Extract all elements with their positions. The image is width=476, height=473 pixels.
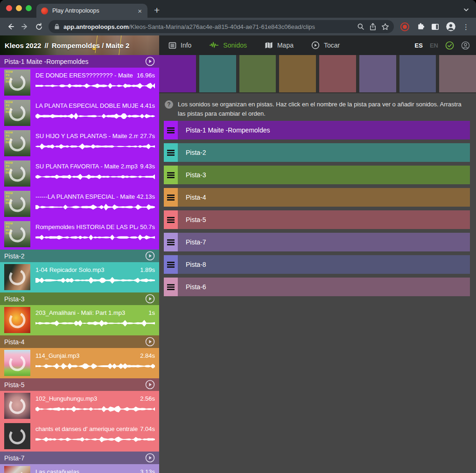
track-section-header[interactable]: Pista-4 [0, 335, 159, 348]
nav-item-mapa[interactable]: Mapa [265, 42, 294, 49]
record-extension-icon[interactable] [400, 22, 409, 31]
clip-waveform [35, 363, 155, 369]
tab-search-chevron-icon[interactable] [463, 7, 469, 15]
drag-handle[interactable] [164, 121, 178, 139]
clip-waveform [35, 277, 155, 284]
clip-info: 1-04 Repicador Solo.mp31.89s [35, 264, 155, 292]
nav-item-info[interactable]: Info [168, 42, 191, 49]
drag-handle[interactable] [164, 188, 178, 207]
clip-title: Las castañuelas [35, 468, 138, 473]
drag-handle[interactable] [164, 233, 178, 251]
play-track-button[interactable] [145, 251, 155, 261]
track-color-swatch [399, 55, 436, 92]
breadcrumb[interactable]: Kleos 2022//Rompemoldes / Maite 2 [0, 35, 159, 55]
clip-title: chants et danses d' amerique centrale - … [35, 425, 138, 432]
nav-item-tocar[interactable]: Tocar [311, 41, 340, 49]
play-track-button[interactable] [145, 56, 155, 66]
clip-info: DE DONDE ERES???????? - Maite 2.mp316.96… [35, 70, 155, 98]
tab-close-icon[interactable]: × [137, 7, 143, 14]
drag-handle-icon [167, 127, 175, 133]
share-icon[interactable] [367, 21, 379, 33]
track-list: Pista-1 Maite -RompemoldesPista-2Pista-3… [159, 121, 476, 300]
window-controls [6, 5, 32, 11]
clip-duration: 2.56s [140, 395, 155, 402]
lang-en-button[interactable]: EN [430, 42, 438, 49]
forward-button[interactable] [18, 20, 32, 34]
reload-button[interactable] [32, 20, 46, 34]
chrome-menu-icon[interactable]: ⋮ [462, 23, 469, 30]
drag-handle-icon [167, 217, 175, 223]
address-bar[interactable]: app.antropoloops.com/Kleos-Santa-Marina/… [49, 20, 394, 33]
drag-handle[interactable] [164, 255, 178, 274]
track-section-header[interactable]: Pista-5 [0, 378, 159, 391]
track-color-swatch [439, 55, 476, 92]
track-section-header[interactable]: Pista-1 Maite -Rompemoldes [0, 55, 159, 68]
play-track-button[interactable] [145, 294, 155, 304]
extensions-puzzle-icon[interactable] [416, 23, 424, 30]
clip-thumbnail: ROM PE MOL DES [4, 130, 30, 156]
track-color-swatch [199, 55, 236, 92]
track-row-button[interactable]: Pista-4 [178, 188, 470, 207]
clip-item[interactable]: chants et danses d' amerique centrale - … [0, 421, 159, 452]
clip-item[interactable]: ROM PE MOL DESLA PLANTA ESPECIAL DOBLE M… [0, 98, 159, 128]
bookmark-star-icon[interactable] [379, 21, 391, 33]
track-row-label: Pista-2 [186, 149, 206, 156]
clip-item[interactable]: 1-04 Repicador Solo.mp31.89s [0, 262, 159, 292]
clip-item[interactable]: 114_Gunjai.mp32.84s [0, 348, 159, 378]
clip-thumbnail [4, 350, 30, 376]
drag-handle[interactable] [164, 143, 178, 162]
track-row-button[interactable]: Pista-6 [178, 278, 470, 296]
play-track-button[interactable] [145, 337, 155, 347]
drag-handle[interactable] [164, 278, 178, 296]
new-tab-button[interactable]: + [154, 5, 160, 16]
side-panel-icon[interactable] [431, 23, 439, 30]
track-section-header[interactable]: Pista-2 [0, 250, 159, 262]
zoom-window-button[interactable] [26, 5, 32, 11]
clip-info: SU HIJO Y LAS PLANTAS - Maite 2.mp327.7s [35, 130, 155, 159]
nav-item-sonidos[interactable]: Sonidos [209, 42, 247, 49]
profile-avatar[interactable] [446, 22, 455, 31]
track-row-button[interactable]: Pista-3 [178, 166, 470, 184]
track-row-button[interactable]: Pista-5 [178, 210, 470, 229]
track-row-button[interactable]: Pista-8 [178, 255, 470, 274]
clip-item[interactable]: ROM PE MOL DESDE DONDE ERES???????? - Ma… [0, 68, 159, 98]
clip-item[interactable]: ROM PE MOL DESSU HIJO Y LAS PLANTAS - Ma… [0, 128, 159, 159]
track-row-button[interactable]: Pista-2 [178, 143, 470, 162]
minimize-window-button[interactable] [16, 5, 22, 11]
loop-logo-icon [4, 350, 30, 376]
play-track-button[interactable] [145, 380, 155, 390]
browser-tab[interactable]: Play Antropoloops × [36, 4, 147, 18]
clip-title: DE DONDE ERES???????? - Maite 2.mp3 [35, 72, 135, 79]
clip-item[interactable]: ROM PE MOL DESRompemoldes HISTORIA DE LA… [0, 219, 159, 250]
clip-waveform [35, 113, 155, 119]
clip-waveform [35, 204, 155, 210]
back-button[interactable] [4, 20, 18, 34]
app-nav: InfoSonidosMapaTocar [159, 41, 340, 49]
clip-item[interactable]: 102_Hunguhungu.mp32.56s [0, 391, 159, 421]
clip-item[interactable]: ROM PE MOL DESSU PLANTA FAVORITA - Maite… [0, 159, 159, 189]
clip-thumbnail: ROM PE MOL DES [4, 160, 30, 187]
drag-handle-icon [167, 195, 175, 201]
clip-info: 114_Gunjai.mp32.84s [35, 350, 155, 378]
track-section-header[interactable]: Pista-7 [0, 452, 159, 464]
clip-item[interactable]: Las castañuelas3.13s [0, 464, 159, 473]
tab-title: Play Antropoloops [52, 7, 137, 14]
track-section-header[interactable]: Pista-3 [0, 292, 159, 305]
account-icon[interactable] [461, 41, 470, 50]
zoom-page-icon[interactable] [355, 21, 367, 33]
drag-handle[interactable] [164, 166, 178, 184]
lang-es-button[interactable]: ES [415, 42, 423, 49]
tab-favicon-icon [41, 7, 48, 14]
clip-item[interactable]: 203_Amalihani - Mali: Part 1.mp31s [0, 305, 159, 335]
clip-waveform [35, 143, 155, 150]
track-section: Pista-5102_Hunguhungu.mp32.56schants et … [0, 378, 159, 452]
saved-check-icon[interactable] [445, 41, 454, 50]
track-row-button[interactable]: Pista-1 Maite -Rompemoldes [178, 121, 470, 139]
close-window-button[interactable] [6, 5, 12, 11]
clip-item[interactable]: ROM PE MOL DES------LA PLANNTA ESPECIAL … [0, 189, 159, 219]
drag-handle[interactable] [164, 210, 178, 229]
clip-info: 203_Amalihani - Mali: Part 1.mp31s [35, 307, 155, 335]
track-section: Pista-3203_Amalihani - Mali: Part 1.mp31… [0, 292, 159, 335]
play-track-button[interactable] [145, 453, 155, 463]
track-row-button[interactable]: Pista-7 [178, 233, 470, 251]
